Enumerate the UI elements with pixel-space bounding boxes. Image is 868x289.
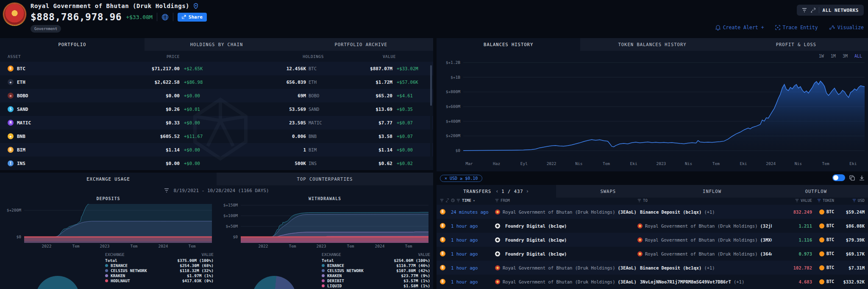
transfer-row[interactable]: B 24 minutes ago Royal Government of Bhu… bbox=[437, 205, 868, 219]
col-time[interactable]: TIME ▾ bbox=[451, 198, 495, 203]
transfer-to[interactable]: Binance Deposit (bc1qx)(+1) bbox=[637, 265, 772, 270]
exchange-row[interactable]: CELSIUS NETWORK$107.80M (42%) bbox=[322, 268, 430, 273]
asset-value: $65.20 bbox=[376, 93, 392, 99]
transfer-from[interactable]: Foundry Digital (bc1qw) bbox=[495, 223, 637, 228]
transfer-from[interactable]: Foundry Digital (bc1qw) bbox=[495, 251, 637, 256]
remove-filter-icon[interactable]: × bbox=[445, 176, 447, 181]
transfer-row[interactable]: B 1 hour ago Royal Government of Bhutan … bbox=[437, 261, 868, 275]
col-from[interactable]: FROM bbox=[495, 198, 637, 203]
transfer-time[interactable]: 1 hour ago bbox=[451, 237, 495, 242]
portfolio-row[interactable]: BBTC $71,217.00+$2.65K 12.456KBTC $887.0… bbox=[0, 62, 433, 75]
x-axis-label: Nis bbox=[685, 161, 692, 166]
balances-history-chart[interactable] bbox=[437, 60, 868, 158]
tab-top-counterparties[interactable]: TOP COUNTERPARTIES bbox=[217, 173, 433, 185]
col-value[interactable]: VALUE bbox=[772, 198, 812, 203]
asset-price: $1.14 bbox=[166, 147, 180, 153]
filter-icon-active bbox=[817, 199, 821, 202]
usd-toggle[interactable] bbox=[832, 174, 845, 181]
withdrawals-chart[interactable] bbox=[241, 204, 428, 243]
transfer-to[interactable]: Binance Deposit (bc1qx)(+1) bbox=[637, 209, 772, 215]
tab-holdings-by-chain[interactable]: HOLDINGS BY CHAIN bbox=[145, 38, 289, 51]
bhutan-icon bbox=[495, 209, 500, 215]
exchange-row[interactable]: BINANCE$254.30M (68%) bbox=[105, 263, 214, 268]
entity-tag[interactable]: Government bbox=[31, 25, 61, 33]
portfolio-row[interactable]: ◆ETH $2,622.58+$86.98 656.039ETH $1.72M+… bbox=[0, 75, 433, 89]
tab-swaps[interactable]: SWAPS bbox=[556, 185, 660, 198]
col-usd[interactable]: USD bbox=[834, 198, 865, 203]
exchange-row[interactable]: BINANCE$116.77M (46%) bbox=[322, 263, 430, 268]
withdrawals-pie-chart[interactable] bbox=[252, 276, 296, 289]
transfer-from[interactable]: Royal Government of Bhutan (Druk Holding… bbox=[495, 265, 637, 270]
next-page-icon[interactable]: › bbox=[526, 188, 529, 194]
exchange-row[interactable]: KRAKEN$1.97M (1%) bbox=[105, 273, 214, 278]
exchange-row[interactable]: HODLNAUT$417.03K (0%) bbox=[105, 278, 214, 283]
page-indicator: 1 / 437 bbox=[501, 189, 523, 194]
tab-transfers[interactable]: TRANSFERS ‹ 1 / 437 › bbox=[437, 185, 556, 198]
transfer-to[interactable]: Royal Government of Bhutan (Druk Holding… bbox=[637, 251, 772, 256]
tab-portfolio-archive[interactable]: PORTFOLIO ARCHIVE bbox=[289, 38, 433, 51]
range-1w[interactable]: 1W bbox=[819, 54, 824, 58]
col-exchange: EXCHANGE bbox=[105, 252, 125, 257]
transfer-to[interactable]: Royal Government of Bhutan (Druk Holding… bbox=[637, 223, 772, 228]
asset-price: $71,217.00 bbox=[152, 66, 180, 72]
exchange-total-row: Total$375.00M (100%) bbox=[105, 258, 214, 263]
trace-entity-button[interactable]: Trace Entity bbox=[775, 25, 818, 30]
exchange-row[interactable]: CELSIUS NETWORK$118.32M (32%) bbox=[105, 268, 214, 273]
chain-link-icon[interactable] bbox=[445, 198, 449, 202]
all-networks-button[interactable]: ALL NETWORKS bbox=[797, 5, 864, 16]
chain-link-icon bbox=[810, 8, 815, 13]
transfer-time[interactable]: 24 minutes ago bbox=[451, 209, 495, 215]
transfer-from[interactable]: Royal Government of Bhutan (Druk Holding… bbox=[495, 209, 637, 215]
range-3m[interactable]: 3M bbox=[843, 54, 848, 58]
transfer-from[interactable]: Royal Government of Bhutan (Druk Holding… bbox=[495, 279, 637, 284]
download-icon[interactable] bbox=[859, 175, 865, 181]
transfer-time[interactable]: 1 hour ago bbox=[451, 251, 495, 256]
create-alert-button[interactable]: Create Alert + bbox=[715, 25, 764, 30]
col-token[interactable]: TOKEN bbox=[812, 198, 834, 203]
filter-icon[interactable] bbox=[440, 199, 444, 202]
exchange-row[interactable]: LIQUID$1.58M (1%) bbox=[322, 283, 430, 288]
graph-icon bbox=[829, 25, 835, 30]
asset-name: BNB bbox=[17, 134, 25, 139]
copy-icon[interactable] bbox=[849, 175, 855, 181]
tab-token-balances-history[interactable]: TOKEN BALANCES HISTORY bbox=[580, 38, 724, 51]
exchange-row[interactable]: KRAKEN$23.77M (9%) bbox=[322, 273, 430, 278]
col-to[interactable]: TO bbox=[637, 198, 772, 203]
transfer-from[interactable]: Foundry Digital (bc1qw) bbox=[495, 237, 637, 242]
deposits-pie-chart[interactable] bbox=[36, 276, 80, 289]
legend-dot bbox=[105, 264, 108, 267]
exchange-row[interactable]: DERIBIT$3.57M (1%) bbox=[322, 278, 430, 283]
asset-name: INS bbox=[17, 161, 25, 166]
x-axis-label: Tem bbox=[72, 244, 79, 248]
tab-balances-history[interactable]: BALANCES HISTORY bbox=[437, 38, 580, 51]
transfer-row[interactable]: B 1 hour ago Foundry Digital (bc1qw) Roy… bbox=[437, 247, 868, 261]
globe-icon[interactable] bbox=[161, 14, 169, 21]
transfers-panel: × USD ≥ $0.10 TRANSFERS ‹ 1 / 437 › SWAP… bbox=[437, 173, 868, 289]
range-all[interactable]: ALL bbox=[854, 54, 862, 58]
eth-icon: ◆ bbox=[8, 79, 14, 85]
visualize-button[interactable]: Visualize bbox=[829, 25, 864, 30]
foundry-icon bbox=[495, 223, 500, 228]
deposits-exchange-table: EXCHANGEVALUETotal$375.00M (100%)BINANCE… bbox=[105, 252, 214, 283]
tab-exchange-usage[interactable]: EXCHANGE USAGE bbox=[0, 173, 217, 185]
transfer-to[interactable]: 3NvLojNNoo7R1j7MPRM8m5G49Vot7DB6rT(+1) bbox=[637, 279, 772, 284]
range-1m[interactable]: 1M bbox=[831, 54, 836, 58]
date-range-filter[interactable]: 8/19/2021 - 10/28/2024 (1166 DAYS) bbox=[0, 186, 433, 195]
prev-page-icon[interactable]: ‹ bbox=[495, 188, 499, 194]
transfer-time[interactable]: 1 hour ago bbox=[451, 265, 495, 270]
transfer-row[interactable]: B 1 hour ago Royal Government of Bhutan … bbox=[437, 275, 868, 289]
transfer-row[interactable]: B 1 hour ago Foundry Digital (bc1qw) Roy… bbox=[437, 233, 868, 247]
transfer-token: BTC bbox=[812, 237, 834, 242]
usd-filter-chip[interactable]: × USD ≥ $0.10 bbox=[440, 175, 482, 182]
portfolio-scrollbar[interactable] bbox=[430, 65, 432, 167]
transfer-to[interactable]: Royal Government of Bhutan (Druk Holding… bbox=[637, 237, 772, 242]
tab-outflow[interactable]: OUTFLOW bbox=[764, 185, 868, 198]
tab-profit-loss[interactable]: PROFIT & LOSS bbox=[724, 38, 868, 51]
transfer-row[interactable]: B 1 hour ago Foundry Digital (bc1qw) Roy… bbox=[437, 219, 868, 233]
transfer-time[interactable]: 1 hour ago bbox=[451, 279, 495, 284]
transfer-time[interactable]: 1 hour ago bbox=[451, 223, 495, 228]
tab-portfolio[interactable]: PORTFOLIO bbox=[0, 38, 145, 51]
tab-inflow[interactable]: INFLOW bbox=[660, 185, 764, 198]
deposits-chart[interactable] bbox=[24, 204, 212, 243]
share-button[interactable]: Share bbox=[178, 13, 207, 22]
